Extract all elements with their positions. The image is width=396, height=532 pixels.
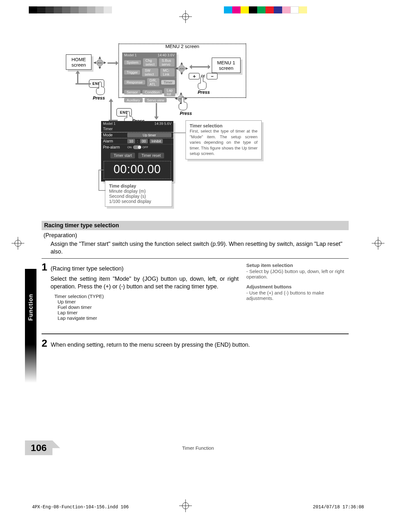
svg-marker-20 [180,62,183,65]
prealarm-label: Pre-alarm [103,145,125,149]
side-column: Setup item selection - Select by (JOG) b… [246,261,349,321]
menu2-cell: Condition [142,90,162,94]
footer-title: Timer Function [0,445,396,451]
divider [42,334,349,334]
lcd-hdr-left: Model 1 [124,53,137,57]
home-l2: screen [69,62,88,68]
step-body: When ending setting, return to the menu … [51,342,250,348]
registration-mark-icon [179,10,192,23]
sublist-item: Lap timer [58,310,239,315]
timer-readout: 00:00.00 [104,161,171,179]
arrow-bidir-icon [189,65,210,69]
menu2-label: MENU 2 screen [119,44,246,49]
svg-marker-12 [99,56,101,59]
menu2-cell: SW select [142,68,158,77]
svg-marker-21 [180,72,183,75]
timer-selection-callout: Timer selection First, select the type o… [186,120,262,159]
sublist-item: Up timer [58,299,239,304]
menu2-cell: Chg select [143,58,157,67]
registration-mark-icon [372,237,384,250]
svg-text:JOG: JOG [179,68,184,70]
svg-marker-26 [189,65,192,69]
svg-marker-13 [99,67,101,69]
body-content: Racing timer type selection (Preparation… [42,221,349,349]
menu2-lcd: Model 114:40 3.6V SystemChg selectS.Bus … [122,52,177,93]
menu2-cell: Sensor [124,90,140,94]
time-display-callout: Time display Minute display (m) Second d… [105,181,172,207]
navigation-diagram: HOME screen MENU 1 screen JOG MENU 2 scr… [48,45,310,205]
leader-line [99,170,99,191]
section-heading: Racing timer type selection [42,221,349,230]
timer-reset-button: Timer reset [138,153,164,158]
svg-marker-22 [175,67,178,70]
leader-line [99,190,106,191]
lcd-hdr-left: Model 1 [103,122,115,125]
hand-pointer-icon [177,96,190,111]
step-title: (Racing timer type selection) [51,265,123,272]
svg-marker-31 [180,92,182,95]
svg-marker-29 [75,70,80,74]
preparation-label: (Preparation) [44,232,349,239]
callout-line: Minute display (m) [109,189,146,194]
footer-filename: 4PX-Eng-08-Function-104-156.indd 106 [32,504,129,510]
lcd-hdr-right: 14:40 3.6V [158,53,175,57]
press-label: Press [198,90,210,95]
menu2-cell: Trigger [124,70,140,75]
arrow-down-icon [154,103,159,120]
sublist-item: Lap navigate timer [58,315,239,321]
side-tab-label: Function [28,294,34,321]
sublist-header: Timer selection (TYPE) [54,294,239,299]
side-heading: Setup item selection [246,262,349,268]
arrow-up-icon [75,70,80,85]
color-bar [224,6,307,13]
arrow-right-icon [107,61,118,65]
leader-line [99,170,104,170]
svg-marker-33 [175,97,177,100]
svg-marker-23 [186,67,188,70]
step-number: 1 [42,261,47,273]
home-l1: HOME [69,57,88,62]
side-body: - Use the (+) and (-) buttons to make ad… [246,290,349,301]
leader-line [173,133,186,133]
callout-body: First, select the type of timer at the "… [190,128,257,157]
timer-start-button: Timer start [110,153,135,158]
menu2-cell: Lap list [164,88,175,96]
menu2-cell: Auxiliary [124,98,143,102]
footer-timestamp: 2014/07/18 17:36:08 [313,504,364,510]
svg-text:JOG: JOG [98,62,102,64]
alarm-min: 10 [127,139,135,143]
side-body: - Select by (JOG) button up, down, left … [246,269,349,279]
registration-mark-icon [12,237,24,250]
callout-title: Timer selection [190,123,222,128]
side-heading: Adjustment buttons [246,284,349,289]
svg-marker-14 [93,61,96,64]
preparation-body: Assign the "Timer start" switch using th… [51,240,349,256]
menu2-cell-timer: Timer [161,80,175,85]
alarm-label: Alarm [103,139,125,143]
jog-icon: JOG [93,56,107,70]
svg-marker-19 [116,61,118,65]
press-label: Press [93,95,105,101]
prealarm-toggle: ONOFF [127,145,148,149]
sublist-item: Fuel down timer [58,304,239,310]
step-body: Select the setting item "Mode" by (JOG) … [51,275,239,291]
arrow-up-icon [109,99,113,121]
menu2-cell: MC-Link [160,68,175,77]
menu2-cell: S.Bus servo [159,58,175,67]
lcd-hdr-right: 14:39 5.6V [154,122,171,125]
svg-marker-28 [208,65,210,69]
svg-marker-38 [154,117,159,120]
callout-line: 1/100 second display [109,199,151,204]
side-tab-fade [25,344,36,383]
registration-mark-icon [179,499,192,512]
menu2-cell: Response [124,80,145,85]
alarm-state: Inhibit [150,139,163,143]
alarm-sec: 00 [140,139,148,143]
home-screen-box: HOME screen [66,54,91,70]
callout-line: Second display (s) [109,194,146,199]
press-label: Press [180,111,192,116]
svg-marker-15 [104,61,106,64]
menu2-cell: Servo view [145,98,167,102]
side-tab: Function [25,269,36,346]
sublist: Timer selection (TYPE) Up timer Fuel dow… [54,294,239,321]
